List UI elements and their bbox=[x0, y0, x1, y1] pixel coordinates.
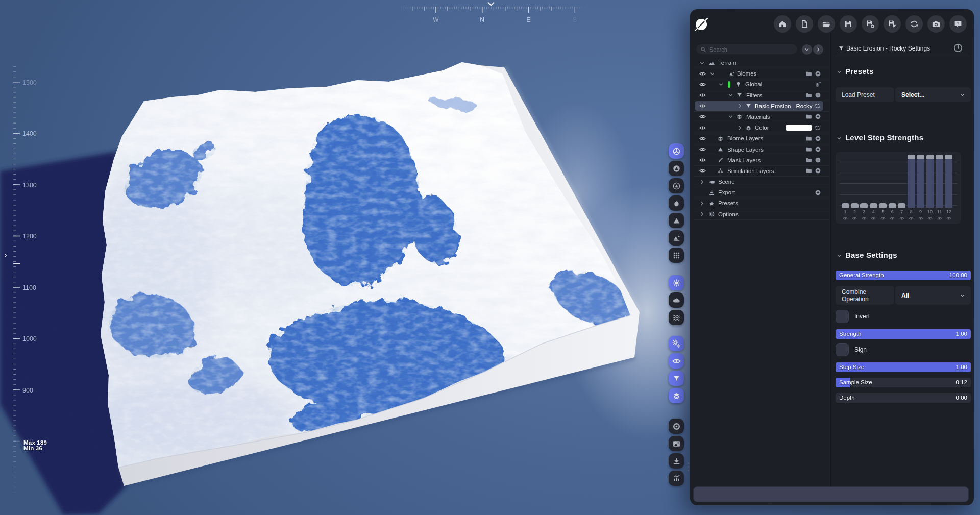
save-as-new-button[interactable] bbox=[862, 15, 879, 33]
statistics-button[interactable] bbox=[669, 471, 684, 486]
folder-icon[interactable] bbox=[805, 113, 812, 120]
save-button[interactable] bbox=[840, 15, 857, 33]
folder-icon[interactable] bbox=[805, 157, 812, 163]
eye-icon[interactable] bbox=[699, 125, 706, 131]
tree-row-materials[interactable]: Materials bbox=[694, 112, 829, 122]
folder-icon[interactable] bbox=[805, 146, 812, 153]
auto-process-button[interactable] bbox=[669, 336, 684, 351]
chevron-down-icon[interactable] bbox=[709, 70, 716, 77]
search-input[interactable]: Search bbox=[696, 44, 797, 54]
level-bar[interactable] bbox=[908, 159, 915, 208]
chevron-down-icon[interactable] bbox=[727, 113, 734, 120]
level-bar-handle[interactable] bbox=[851, 203, 859, 208]
clouds-button[interactable] bbox=[669, 292, 684, 308]
tree-row-presets[interactable]: Presets bbox=[694, 198, 829, 209]
eye-icon[interactable] bbox=[880, 216, 886, 221]
view-mode-wire-button[interactable] bbox=[669, 178, 684, 193]
tree-row-biomes[interactable]: Biomes bbox=[694, 68, 829, 79]
add-icon[interactable] bbox=[815, 167, 821, 174]
panel-options-icon[interactable] bbox=[953, 43, 963, 53]
preview-visibility-button[interactable] bbox=[669, 353, 684, 369]
color-swatch[interactable] bbox=[786, 125, 812, 131]
chevron-down-icon[interactable] bbox=[836, 135, 842, 141]
level-bar-handle[interactable] bbox=[870, 203, 877, 208]
level-step-strengths-chart[interactable]: 123456789101112 bbox=[836, 152, 961, 224]
tree-row-mask-layers[interactable]: Mask Layers bbox=[694, 155, 829, 166]
eye-icon[interactable] bbox=[699, 113, 706, 120]
eye-icon[interactable] bbox=[871, 216, 876, 221]
eye-icon[interactable] bbox=[927, 216, 933, 221]
tree-row-filters[interactable]: Filters bbox=[694, 90, 829, 101]
view-grid-button[interactable] bbox=[669, 248, 684, 263]
tree-row-options[interactable]: Options bbox=[694, 209, 829, 220]
sign-checkbox[interactable] bbox=[836, 343, 849, 356]
combine-operation-dropdown[interactable]: All bbox=[895, 286, 971, 305]
eye-icon[interactable] bbox=[699, 135, 706, 142]
chevron-right-icon[interactable] bbox=[699, 179, 705, 185]
open-project-button[interactable] bbox=[818, 15, 835, 33]
step-size-slider[interactable]: Step Size 1.00 bbox=[836, 362, 971, 372]
chevron-down-icon[interactable] bbox=[836, 253, 842, 259]
water-button[interactable] bbox=[669, 310, 684, 325]
level-bar-handle[interactable] bbox=[917, 155, 924, 159]
level-section-heading[interactable]: Level Step Strengths bbox=[845, 133, 923, 142]
folder-icon[interactable] bbox=[805, 92, 812, 99]
screenshot-button[interactable] bbox=[927, 15, 945, 33]
sample-size-slider[interactable]: Sample Size 0.12 bbox=[836, 378, 971, 387]
invert-checkbox[interactable] bbox=[836, 310, 849, 323]
eye-icon[interactable] bbox=[699, 103, 706, 109]
tree-row-global[interactable]: Global bbox=[694, 79, 829, 90]
eye-icon[interactable] bbox=[899, 216, 904, 221]
level-bar[interactable] bbox=[926, 159, 934, 208]
tree-row-biome-layers[interactable]: Biome Layers bbox=[694, 133, 829, 144]
level-bar-handle[interactable] bbox=[860, 203, 868, 208]
eye-icon[interactable] bbox=[699, 70, 706, 77]
strength-slider[interactable]: Strength 1.00 bbox=[836, 329, 971, 339]
chevron-right-icon[interactable] bbox=[737, 103, 743, 109]
level-bar-handle[interactable] bbox=[926, 155, 934, 159]
eye-icon[interactable] bbox=[699, 81, 706, 88]
new-file-button[interactable] bbox=[796, 15, 813, 33]
chevron-right-icon[interactable] bbox=[699, 200, 705, 207]
expand-all-button[interactable] bbox=[813, 44, 823, 55]
compass-ribbon[interactable]: WNES bbox=[399, 1, 587, 24]
level-bar[interactable] bbox=[936, 159, 943, 208]
level-bar-handle[interactable] bbox=[945, 155, 952, 159]
eye-icon[interactable] bbox=[918, 216, 923, 221]
level-bar-handle[interactable] bbox=[842, 203, 849, 208]
help-button[interactable] bbox=[949, 15, 967, 33]
level-bar[interactable] bbox=[945, 159, 952, 208]
add-icon[interactable] bbox=[815, 157, 821, 163]
tree-row-scene[interactable]: Scene bbox=[694, 177, 829, 187]
add-icon[interactable] bbox=[815, 146, 821, 153]
panel-resize-handle[interactable] bbox=[688, 462, 690, 471]
view-mode-terrain-button[interactable] bbox=[669, 143, 684, 159]
level-bar-handle[interactable] bbox=[908, 155, 915, 159]
eye-icon[interactable] bbox=[946, 216, 951, 221]
save-edit-button[interactable] bbox=[884, 15, 901, 33]
eye-icon[interactable] bbox=[852, 216, 857, 221]
presets-section-heading[interactable]: Presets bbox=[845, 67, 874, 76]
folder-icon[interactable] bbox=[805, 70, 812, 77]
left-panel-expand-chevron-icon[interactable]: › bbox=[4, 251, 7, 259]
add-icon[interactable] bbox=[815, 92, 821, 99]
chevron-down-icon[interactable] bbox=[718, 81, 724, 88]
tree-row-shape-layers[interactable]: Shape Layers bbox=[694, 144, 829, 155]
eye-icon[interactable] bbox=[862, 216, 867, 221]
show-layers-button[interactable] bbox=[669, 388, 684, 403]
refresh-icon[interactable] bbox=[814, 103, 821, 109]
refresh-icon[interactable] bbox=[814, 125, 821, 131]
chevron-right-icon[interactable] bbox=[737, 125, 743, 131]
view-mode-shaded-button[interactable] bbox=[669, 161, 684, 176]
level-bar-handle[interactable] bbox=[936, 155, 943, 159]
tree-row-simulation-layers[interactable]: Simulation Layers bbox=[694, 166, 829, 177]
lighting-button[interactable] bbox=[669, 275, 684, 290]
snapshot-button[interactable] bbox=[669, 436, 684, 451]
show-filters-button[interactable] bbox=[669, 371, 684, 386]
chevron-right-icon[interactable] bbox=[699, 211, 705, 217]
view-shape-button[interactable] bbox=[669, 213, 684, 228]
chevron-down-icon[interactable] bbox=[699, 60, 705, 66]
eye-icon[interactable] bbox=[843, 216, 848, 221]
eye-icon[interactable] bbox=[937, 216, 942, 221]
chevron-down-icon[interactable] bbox=[836, 69, 842, 75]
